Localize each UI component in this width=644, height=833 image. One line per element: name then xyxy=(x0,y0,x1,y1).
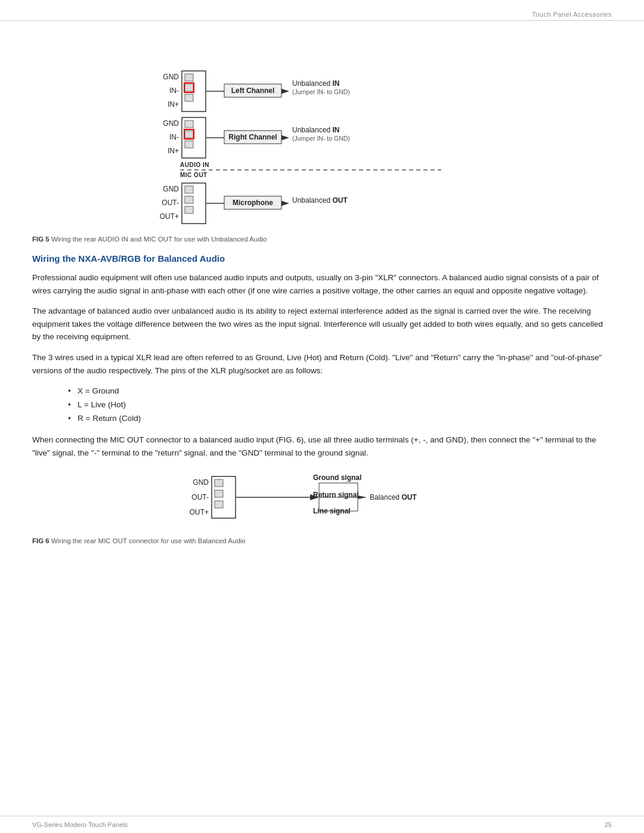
page-header: Touch Panel Accessories xyxy=(0,0,644,21)
left-channel-label: Left Channel xyxy=(231,86,275,95)
fig6-svg: GND OUT- OUT+ Ground signal Return signa… xyxy=(173,467,471,532)
fig5-diagram: GND IN- IN+ GND IN- IN+ xyxy=(32,44,612,187)
fig5-caption: FIG 5 Wiring the rear AUDIO IN and MIC O… xyxy=(32,236,612,243)
in-plus-label-1: IN+ xyxy=(168,100,179,109)
jumper-label-1: (Jumper IN- to GND) xyxy=(292,88,350,95)
fig6-caption-bold: FIG 6 xyxy=(32,537,49,544)
microphone-label: Microphone xyxy=(233,199,273,207)
fig6-caption: FIG 6 Wiring the rear MIC OUT connector … xyxy=(32,537,612,544)
jumper-label-2: (Jumper IN- to GND) xyxy=(292,135,350,142)
bracket-arrow xyxy=(358,496,367,499)
mic-out-plus-label: OUT+ xyxy=(160,212,179,221)
fig5-svg: GND IN- IN+ GND IN- IN+ xyxy=(143,44,501,187)
audio-in-label: AUDIO IN xyxy=(180,162,209,168)
fig6-pin-c xyxy=(215,501,223,508)
paragraph-2: The advantage of balanced audio over unb… xyxy=(32,305,612,343)
footer-left: VG-Series Modero Touch Panels xyxy=(32,821,128,828)
section-heading: Wiring the NXA-AVB/RGB for Balanced Audi… xyxy=(32,253,612,264)
fig5-caption-bold: FIG 5 xyxy=(32,236,49,243)
ground-signal-label: Ground signal xyxy=(313,473,361,482)
mic-out-minus-label: OUT- xyxy=(162,199,179,207)
bullet-list: X = Ground L = Live (Hot) R = Return (Co… xyxy=(68,385,612,426)
page-container: Touch Panel Accessories GND IN- IN+ GND … xyxy=(0,0,644,833)
pin-2b xyxy=(185,131,193,138)
gnd-label-2: GND xyxy=(163,119,179,128)
pin-2c xyxy=(185,141,193,148)
mic-gnd-label: GND xyxy=(163,185,179,193)
mic-pin-c xyxy=(185,206,193,213)
pin-1c xyxy=(185,94,193,101)
in-minus-label-1: IN- xyxy=(169,86,179,95)
mic-pin-a xyxy=(185,186,193,193)
fig6-gnd-label: GND xyxy=(193,478,209,487)
page-footer: VG-Series Modero Touch Panels 25 xyxy=(0,816,644,833)
unbalanced-in-label-1: Unbalanced IN xyxy=(292,79,339,88)
header-title: Touch Panel Accessories xyxy=(532,11,612,18)
fig5-mic-svg: GND OUT- OUT+ Microphone Unbalanced OUT xyxy=(143,174,501,233)
fig6-caption-text: Wiring the rear MIC OUT connector for us… xyxy=(49,537,246,544)
fig6-out-plus-label: OUT+ xyxy=(190,508,209,516)
bullet-item-1: X = Ground xyxy=(68,385,612,398)
in-plus-label-2: IN+ xyxy=(168,147,179,155)
pin-1b xyxy=(185,84,193,91)
gnd-label-1: GND xyxy=(163,73,179,81)
footer-right: 25 xyxy=(605,821,612,828)
fig6-diagram: GND OUT- OUT+ Ground signal Return signa… xyxy=(32,467,612,532)
bullet-item-2: L = Live (Hot) xyxy=(68,398,612,412)
paragraph-1: Professional audio equipment will often … xyxy=(32,271,612,297)
return-signal-label: Return signal xyxy=(313,491,359,499)
fig5-mic-diagram: GND OUT- OUT+ Microphone Unbalanced OUT xyxy=(32,174,612,233)
unbalanced-in-label-2: Unbalanced IN xyxy=(292,126,339,134)
fig5-caption-text: Wiring the rear AUDIO IN and MIC OUT for… xyxy=(49,236,267,243)
pin-1a xyxy=(185,74,193,81)
main-content: GND IN- IN+ GND IN- IN+ xyxy=(0,21,644,579)
mic-pin-b xyxy=(185,196,193,203)
in-minus-label-2: IN- xyxy=(169,133,179,141)
balanced-out-label: Balanced OUT xyxy=(370,493,417,501)
right-channel-label: Right Channel xyxy=(228,133,277,141)
fig6-out-minus-label: OUT- xyxy=(191,493,209,501)
fig6-pin-a xyxy=(215,479,223,487)
bullet-item-3: R = Return (Cold) xyxy=(68,412,612,426)
fig6-pin-b xyxy=(215,490,223,497)
paragraph-3: The 3 wires used in a typical XLR lead a… xyxy=(32,351,612,377)
paragraph-4: When connecting the MIC OUT connector to… xyxy=(32,433,612,459)
unbalanced-out-label: Unbalanced OUT xyxy=(292,196,348,205)
pin-2a xyxy=(185,120,193,128)
